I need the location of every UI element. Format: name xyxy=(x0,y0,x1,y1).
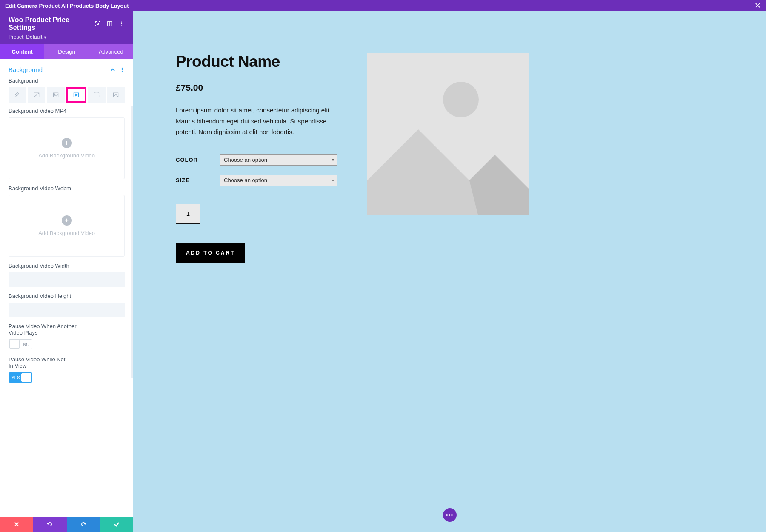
kebab-icon[interactable] xyxy=(119,21,125,27)
pause-another-toggle[interactable]: NO xyxy=(9,339,32,349)
width-input[interactable] xyxy=(9,272,125,287)
product-description: Lorem ipsum dolor sit amet, consectetur … xyxy=(176,105,337,137)
bg-tab-mask[interactable] xyxy=(107,87,125,103)
preset-label: Preset: Default xyxy=(9,34,42,40)
bg-tab-video[interactable] xyxy=(66,87,86,103)
toggle-off-text: NO xyxy=(23,342,29,347)
close-icon[interactable]: ✕ xyxy=(755,1,761,10)
size-select-value: Choose an option xyxy=(224,177,267,183)
toggle-on-text: YES xyxy=(11,375,20,380)
webm-dropzone[interactable]: + Add Background Video xyxy=(9,195,125,257)
chevron-down-icon: ▾ xyxy=(332,157,334,162)
svg-point-6 xyxy=(122,67,123,68)
plus-icon[interactable]: + xyxy=(62,138,72,148)
tab-content[interactable]: Content xyxy=(0,44,44,59)
tab-design[interactable]: Design xyxy=(44,44,89,59)
size-label: SIZE xyxy=(176,177,220,183)
svg-point-0 xyxy=(97,23,99,25)
plus-icon[interactable]: + xyxy=(62,215,72,226)
chevron-down-icon: ▾ xyxy=(332,178,334,183)
section-title: Background xyxy=(9,66,43,73)
height-input[interactable] xyxy=(9,303,125,317)
quantity-input[interactable] xyxy=(176,204,200,224)
breadcrumb: Edit Camera Product All Products Body La… xyxy=(5,3,129,9)
redo-button[interactable] xyxy=(67,517,100,532)
svg-rect-13 xyxy=(94,93,99,97)
bg-tab-gradient[interactable] xyxy=(28,87,45,103)
background-label: Background xyxy=(0,77,133,87)
add-to-cart-button[interactable]: ADD TO CART xyxy=(176,243,245,263)
undo-button[interactable] xyxy=(33,517,66,532)
canvas-fab[interactable]: ••• xyxy=(443,508,457,522)
mp4-drop-text: Add Background Video xyxy=(38,152,95,159)
scan-icon[interactable] xyxy=(95,21,101,27)
pause-view-toggle[interactable]: YES xyxy=(9,372,32,383)
bg-tab-pattern[interactable] xyxy=(88,87,106,103)
pause-view-label: Pause Video While Not In View xyxy=(0,356,77,372)
settings-title: Woo Product Price Settings xyxy=(9,16,89,31)
tab-advanced[interactable]: Advanced xyxy=(89,44,133,59)
height-label: Background Video Height xyxy=(0,293,133,303)
svg-point-11 xyxy=(54,94,55,94)
svg-rect-1 xyxy=(108,22,112,26)
svg-point-4 xyxy=(121,23,122,24)
svg-point-3 xyxy=(121,21,122,22)
color-label: COLOR xyxy=(176,157,220,163)
bg-tab-color[interactable] xyxy=(9,87,26,103)
save-button[interactable] xyxy=(100,517,133,532)
panel-icon[interactable] xyxy=(107,21,113,27)
product-title: Product Name xyxy=(176,53,337,71)
product-price: £75.00 xyxy=(176,83,337,93)
svg-point-5 xyxy=(121,25,122,26)
svg-point-7 xyxy=(122,69,123,70)
mp4-dropzone[interactable]: + Add Background Video xyxy=(9,117,125,179)
pause-another-label: Pause Video When Another Video Plays xyxy=(0,323,85,339)
size-select[interactable]: Choose an option ▾ xyxy=(220,175,337,186)
svg-point-16 xyxy=(443,82,479,117)
section-menu-icon[interactable] xyxy=(120,67,125,72)
webm-label: Background Video Webm xyxy=(0,185,133,195)
color-select[interactable]: Choose an option ▾ xyxy=(220,154,337,166)
width-label: Background Video Width xyxy=(0,263,133,272)
preset-selector[interactable]: Preset: Default▼ xyxy=(9,34,125,40)
mp4-label: Background Video MP4 xyxy=(0,108,133,117)
cancel-button[interactable] xyxy=(0,517,33,532)
svg-point-8 xyxy=(122,71,123,72)
product-image-placeholder xyxy=(367,53,529,215)
collapse-icon[interactable] xyxy=(110,67,115,72)
bg-tab-image[interactable] xyxy=(47,87,64,103)
color-select-value: Choose an option xyxy=(224,157,267,163)
webm-drop-text: Add Background Video xyxy=(38,230,95,236)
